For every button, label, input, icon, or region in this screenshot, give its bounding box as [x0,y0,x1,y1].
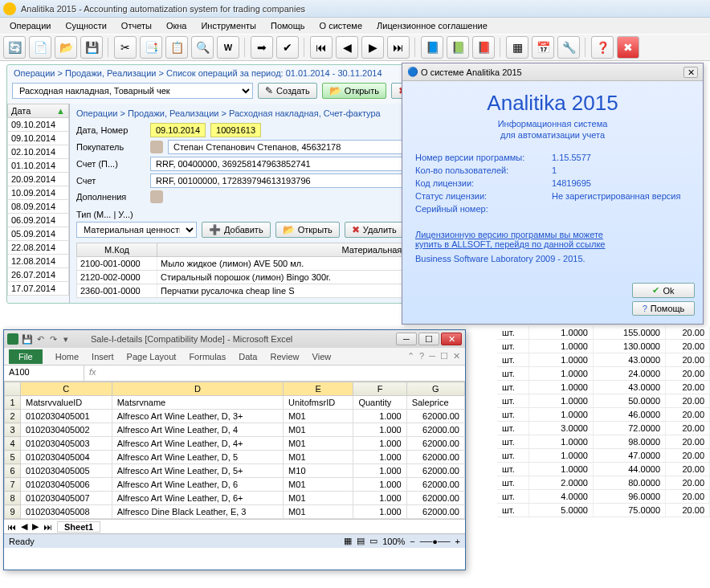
about-close-button[interactable]: ✕ [683,67,698,78]
tb-arrow-icon[interactable]: ➡ [251,36,273,59]
delete2-button[interactable]: ✖Удалить [345,222,404,238]
tab-insert[interactable]: Insert [92,352,114,361]
tab-file[interactable]: File [9,349,43,364]
filter-select[interactable]: Расходная накладная, Товарный чек [12,83,253,99]
tab-home[interactable]: Home [55,352,79,361]
date-row[interactable]: 05.09.2014 [7,227,69,241]
menu-license[interactable]: Лицензионное соглашение [370,19,494,32]
tab-review[interactable]: Review [270,352,299,361]
excel-close-button[interactable]: ✕ [441,333,462,345]
date-row[interactable]: 20.09.2014 [7,173,69,186]
tab-view[interactable]: View [312,352,332,361]
tb-cut-icon[interactable]: ✂ [114,36,137,59]
date-row[interactable]: 09.10.2014 [7,132,69,145]
bg-row: шт.5.000075.000020.00 [497,504,710,517]
tab-data[interactable]: Data [239,352,257,361]
menu-tools[interactable]: Инструменты [194,19,263,32]
view-layout-icon[interactable]: ▤ [357,536,365,546]
sheet-tab[interactable]: Sheet1 [57,521,100,533]
date-row[interactable]: 09.10.2014 [7,118,69,132]
add-button[interactable]: ➕Добавить [202,222,271,238]
menu-reports[interactable]: Отчеты [115,19,158,32]
tb-doc2-icon[interactable]: 📗 [447,36,469,59]
excel-max-button[interactable]: ☐ [418,333,439,345]
create-button[interactable]: ✎Создать [258,83,317,99]
about-heading: Analitika 2015 [415,91,690,116]
tb-doc1-icon[interactable]: 📘 [421,36,443,59]
view-normal-icon[interactable]: ▦ [344,536,352,546]
tb-calendar-icon[interactable]: 📅 [532,36,554,59]
tb-open-icon[interactable]: 📂 [55,36,77,59]
check-icon: ✔ [652,285,659,296]
date-row[interactable]: 06.09.2014 [7,214,69,227]
about-icon: 🔵 [407,67,418,77]
date-field[interactable]: 09.10.2014 [150,123,206,137]
date-row[interactable]: 01.10.2014 [7,159,69,173]
about-help-button[interactable]: ?Помощь [632,301,695,316]
zoom-label: 100% [382,537,405,546]
zoom-slider[interactable]: ──●── [420,537,451,546]
menu-help[interactable]: Помощь [264,19,312,32]
qa-undo-icon[interactable]: ↶ [35,334,46,345]
col-code[interactable]: М.Код [77,243,157,256]
date-row[interactable]: 17.07.2014 [7,282,69,296]
qa-redo-icon[interactable]: ↷ [47,334,59,345]
tb-save-icon[interactable]: 💾 [80,36,103,59]
tb-tool-icon[interactable]: 🔧 [557,36,580,59]
open-button[interactable]: 📂Открыть [322,83,386,99]
tb-search-icon[interactable]: 🔍 [191,36,214,59]
zoom-in-button[interactable]: + [455,537,460,546]
ribbon-expand-icon[interactable]: ⌃ [407,351,414,361]
menu-entities[interactable]: Сущности [59,19,112,32]
date-row[interactable]: 12.08.2014 [7,255,69,268]
view-break-icon[interactable]: ▭ [369,536,377,546]
about-ok-button[interactable]: ✔Ok [632,283,695,298]
qa-save-icon[interactable]: 💾 [22,334,33,345]
bg-row: шт.1.000098.000020.00 [497,435,710,449]
open2-button[interactable]: 📂Открыть [275,222,340,238]
formula-bar[interactable] [101,365,465,381]
spreadsheet[interactable]: CDEFG1MatsrvvalueIDMatsrvnameUnitofmsrID… [4,382,465,519]
date-header[interactable]: Дата▲ [7,104,69,118]
sheet-nav-next-icon[interactable]: ▶ [32,521,39,532]
qa-down-icon[interactable]: ▾ [60,334,71,345]
tb-doc3-icon[interactable]: 📕 [472,36,495,59]
menu-windows[interactable]: Окна [160,19,194,32]
tb-copy-icon[interactable]: 📑 [140,36,162,59]
type-select[interactable]: Материальная ценность [76,222,197,238]
date-row[interactable]: 02.10.2014 [7,145,69,159]
tb-paste-icon[interactable]: 📋 [165,36,188,59]
tb-nav1-icon[interactable]: ⏮ [310,36,333,59]
sheet-nav-prev-icon[interactable]: ◀ [21,521,27,532]
tb-help-icon[interactable]: ❓ [591,36,614,59]
zoom-out-button[interactable]: − [410,537,414,546]
menu-about[interactable]: О системе [313,19,369,32]
tb-word-icon[interactable]: W [217,36,239,59]
tab-page-layout[interactable]: Page Layout [127,352,177,361]
ribbon-help-icon[interactable]: ? [419,351,424,361]
excel-min-button[interactable]: ─ [396,333,417,345]
tb-nav4-icon[interactable]: ⏭ [387,36,410,59]
date-row[interactable]: 08.09.2014 [7,200,69,214]
name-box[interactable]: A100 [4,365,84,381]
date-row[interactable]: 10.09.2014 [7,186,69,200]
date-row[interactable]: 26.07.2014 [7,268,69,282]
tb-check-icon[interactable]: ✔ [276,36,299,59]
bg-row: шт.3.000072.000020.00 [497,422,710,435]
sheet-nav-last-icon[interactable]: ⏭ [43,522,52,532]
tb-new-icon[interactable]: 📄 [29,36,51,59]
license-link2[interactable]: купить в ALLSOFT, перейдя по данной ссыл… [415,239,690,249]
num-field[interactable]: 10091613 [210,123,261,137]
tb-close-icon[interactable]: ✖ [617,36,639,59]
tb-nav3-icon[interactable]: ▶ [361,36,384,59]
sheet-nav-first-icon[interactable]: ⏮ [7,522,16,532]
tb-nav2-icon[interactable]: ◀ [336,36,358,59]
tb-refresh-icon[interactable]: 🔄 [3,36,26,59]
tb-grid-icon[interactable]: ▦ [506,36,528,59]
date-row[interactable]: 22.08.2014 [7,241,69,255]
lookup2-icon[interactable] [150,190,163,203]
tab-formulas[interactable]: Formulas [189,352,226,361]
lookup-icon[interactable] [150,141,163,153]
license-link1[interactable]: Лицензионную версию программы вы можете [415,230,690,239]
menu-operations[interactable]: Операции [3,19,57,32]
